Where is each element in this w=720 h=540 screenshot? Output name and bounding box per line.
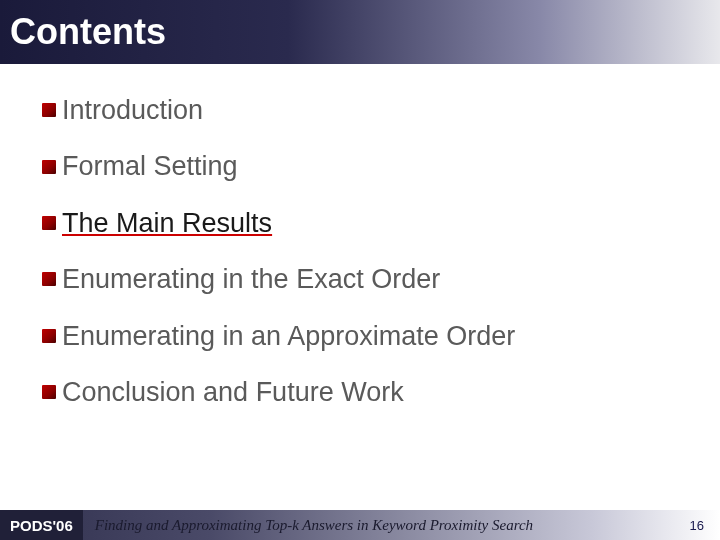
list-item: Formal Setting xyxy=(42,150,678,182)
title-bar: Contents xyxy=(0,0,720,64)
item-text: Enumerating in the Exact Order xyxy=(62,263,440,295)
list-item: Enumerating in an Approximate Order xyxy=(42,320,678,352)
bullet-icon xyxy=(42,385,56,399)
item-text: Introduction xyxy=(62,94,203,126)
footer-page-number: 16 xyxy=(690,518,704,533)
bullet-icon xyxy=(42,216,56,230)
footer-conference-tag: PODS'06 xyxy=(0,510,83,540)
footer: PODS'06 Finding and Approximating Top-k … xyxy=(0,510,720,540)
bullet-icon xyxy=(42,272,56,286)
footer-paper-title: Finding and Approximating Top-k Answers … xyxy=(83,510,720,540)
list-item: The Main Results xyxy=(42,207,678,239)
item-text: Enumerating in an Approximate Order xyxy=(62,320,515,352)
list-item: Introduction xyxy=(42,94,678,126)
list-item: Enumerating in the Exact Order xyxy=(42,263,678,295)
bullet-icon xyxy=(42,160,56,174)
bullet-icon xyxy=(42,103,56,117)
list-item: Conclusion and Future Work xyxy=(42,376,678,408)
contents-list: Introduction Formal Setting The Main Res… xyxy=(0,64,720,408)
item-text-active: The Main Results xyxy=(62,207,272,239)
item-text: Conclusion and Future Work xyxy=(62,376,404,408)
slide-title: Contents xyxy=(10,11,166,53)
bullet-icon xyxy=(42,329,56,343)
item-text: Formal Setting xyxy=(62,150,238,182)
